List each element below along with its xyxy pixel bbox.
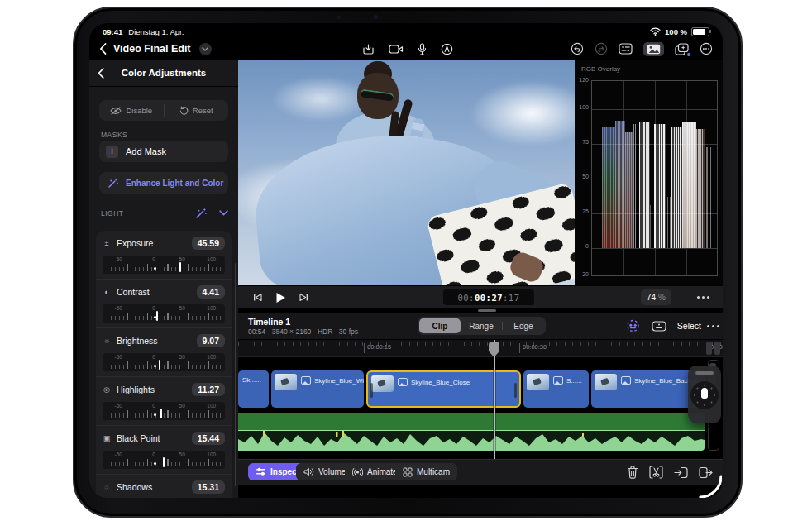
enhance-light-color-button[interactable]: Enhance Light and Color bbox=[99, 172, 228, 194]
multicam-button[interactable]: Multicam bbox=[395, 463, 457, 480]
trash-icon[interactable] bbox=[627, 466, 638, 479]
back-chevron-icon[interactable] bbox=[99, 43, 107, 55]
timeline-more-icon[interactable] bbox=[712, 325, 714, 327]
add-mask-button[interactable]: + Add Mask bbox=[99, 141, 228, 162]
import-icon[interactable] bbox=[362, 43, 375, 55]
black-point-icon: ▣ bbox=[103, 434, 111, 442]
mode-range[interactable]: Range bbox=[461, 318, 502, 333]
slider-exposure[interactable]: ±Exposure45.59 -50050100 bbox=[96, 231, 232, 279]
slider-shadows[interactable]: ◌Shadows15.31 -50050100 bbox=[96, 474, 232, 498]
multicam-label: Multicam bbox=[417, 467, 450, 476]
auto-enhance-icon[interactable] bbox=[195, 207, 208, 219]
slider-value: 45.59 bbox=[192, 237, 225, 250]
slider-ruler[interactable]: -50050100 bbox=[103, 304, 225, 323]
viewer-more-icon[interactable] bbox=[702, 296, 705, 299]
exposure-icon: ± bbox=[103, 239, 111, 247]
project-title-chevron-icon[interactable] bbox=[199, 43, 212, 55]
viewer-zoom-control[interactable]: 74 % bbox=[641, 289, 671, 305]
insert-icon[interactable] bbox=[674, 466, 688, 479]
slider-brightness[interactable]: ☼Brightness9.07 -50050100 bbox=[96, 327, 232, 376]
ruler-label: 50 bbox=[179, 256, 185, 262]
mode-clip[interactable]: Clip bbox=[419, 318, 461, 333]
blade-icon[interactable] bbox=[649, 466, 663, 479]
disable-button[interactable]: Disable bbox=[99, 100, 164, 121]
waveform-streak bbox=[602, 127, 615, 248]
timeline-resize-handle[interactable] bbox=[478, 309, 496, 312]
timecode-display[interactable]: 00:00:27:17 bbox=[443, 289, 534, 305]
plus-icon: + bbox=[106, 146, 118, 158]
disable-reset-group: Disable Reset bbox=[99, 100, 228, 121]
audio-track[interactable] bbox=[238, 413, 705, 451]
ruler-label: 50 bbox=[179, 305, 185, 311]
clip-thumbnail bbox=[371, 375, 394, 392]
animate-icon bbox=[352, 467, 363, 477]
nav-bar: Video Final Edit bbox=[89, 38, 723, 60]
microphone-icon[interactable] bbox=[418, 43, 427, 55]
slider-ruler[interactable]: -50050100 bbox=[103, 402, 225, 420]
clip-selected[interactable]: Skyline_Blue_Close bbox=[366, 370, 521, 408]
timeline-section: Timeline 1 00:54 · 3840 × 2160 · HDR · 3… bbox=[238, 308, 723, 498]
disable-label: Disable bbox=[126, 106, 152, 115]
panel-back-chevron-icon[interactable] bbox=[98, 68, 104, 79]
reset-button[interactable]: Reset bbox=[165, 100, 229, 121]
connect-clips-icon[interactable] bbox=[625, 319, 641, 332]
slider-ruler[interactable]: -50050100 bbox=[103, 256, 225, 274]
clip[interactable]: S...... bbox=[523, 370, 589, 408]
more-icon[interactable] bbox=[700, 42, 713, 55]
panel-scrollbar[interactable] bbox=[235, 263, 236, 486]
photo-icon bbox=[553, 376, 563, 385]
panel-title: Color Adjustments bbox=[122, 68, 206, 78]
slider-value: 9.07 bbox=[197, 334, 225, 347]
light-section-header: LIGHT bbox=[101, 207, 228, 219]
multicam-grid-icon bbox=[403, 467, 413, 477]
inspector-icon[interactable] bbox=[619, 43, 633, 55]
jog-dial[interactable] bbox=[690, 381, 719, 409]
slider-label: Black Point bbox=[117, 433, 160, 443]
app-screen: 09:41 Dienstag 1. Apr. 100 % Video Final… bbox=[89, 23, 723, 498]
select-button[interactable]: Select bbox=[677, 321, 701, 331]
record-camera-icon[interactable] bbox=[389, 44, 404, 55]
clip[interactable]: Skyline_Blue_Wide bbox=[271, 370, 364, 408]
slider-black-point[interactable]: ▣Black Point15.44 -50050100 bbox=[96, 425, 232, 474]
viewer[interactable] bbox=[238, 60, 575, 285]
collapse-chevron-icon[interactable] bbox=[219, 210, 228, 216]
ruler-mark: 00:00:15 bbox=[364, 343, 391, 353]
undo-icon[interactable] bbox=[571, 42, 584, 55]
masks-section-label: MASKS bbox=[101, 131, 127, 139]
effects-icon[interactable] bbox=[675, 43, 689, 55]
playhead[interactable] bbox=[494, 340, 495, 459]
slider-ruler[interactable]: -50050100 bbox=[103, 451, 225, 469]
trim-handle-right[interactable] bbox=[514, 383, 517, 398]
waveform-streak bbox=[654, 124, 666, 248]
trim-handle-left[interactable] bbox=[370, 383, 373, 398]
wifi-icon bbox=[650, 27, 661, 36]
next-frame-icon[interactable] bbox=[299, 293, 308, 302]
light-sliders-card: ±Exposure45.59 -50050100 ◐Contrast4.41 -… bbox=[96, 231, 232, 498]
media-browser-icon[interactable] bbox=[643, 42, 664, 56]
transport-bar: 00:00:27:17 74 % bbox=[238, 285, 723, 308]
timeline-toolbar: Inspect Volume Animate Multicam bbox=[238, 459, 723, 485]
project-title[interactable]: Video Final Edit bbox=[113, 43, 191, 55]
ruler-label: -50 bbox=[115, 452, 122, 457]
jog-wheel[interactable] bbox=[688, 366, 721, 423]
photo-icon bbox=[621, 376, 631, 385]
jog-drag-handle[interactable] bbox=[695, 371, 714, 375]
animate-label: Animate bbox=[367, 467, 398, 476]
slider-contrast[interactable]: ◐Contrast4.41 -50050100 bbox=[96, 279, 232, 327]
color-adjustments-panel: Color Adjustments Disable Reset MASKS + … bbox=[89, 60, 239, 498]
timeline-name: Timeline 1 bbox=[248, 317, 290, 327]
clip[interactable]: Sk...... bbox=[238, 370, 269, 408]
timeline-ruler[interactable]: 00:00:15 00:00:30 00:00:45 bbox=[238, 340, 723, 357]
waveform-streak bbox=[625, 132, 633, 248]
play-button[interactable] bbox=[275, 292, 286, 304]
slider-ruler[interactable]: -50050100 bbox=[103, 353, 225, 371]
highlights-icon: ◎ bbox=[103, 385, 111, 394]
annotate-icon[interactable] bbox=[441, 43, 453, 55]
mode-edge[interactable]: Edge bbox=[503, 318, 544, 333]
previous-frame-icon[interactable] bbox=[253, 293, 262, 302]
slider-value: 15.31 bbox=[192, 480, 225, 494]
slider-highlights[interactable]: ◎Highlights11.27 -50050100 bbox=[96, 376, 232, 425]
select-tool-icon[interactable] bbox=[652, 320, 666, 332]
timecode-seconds: 00:27 bbox=[475, 293, 503, 303]
scope-axis-label: 75 bbox=[576, 139, 589, 145]
